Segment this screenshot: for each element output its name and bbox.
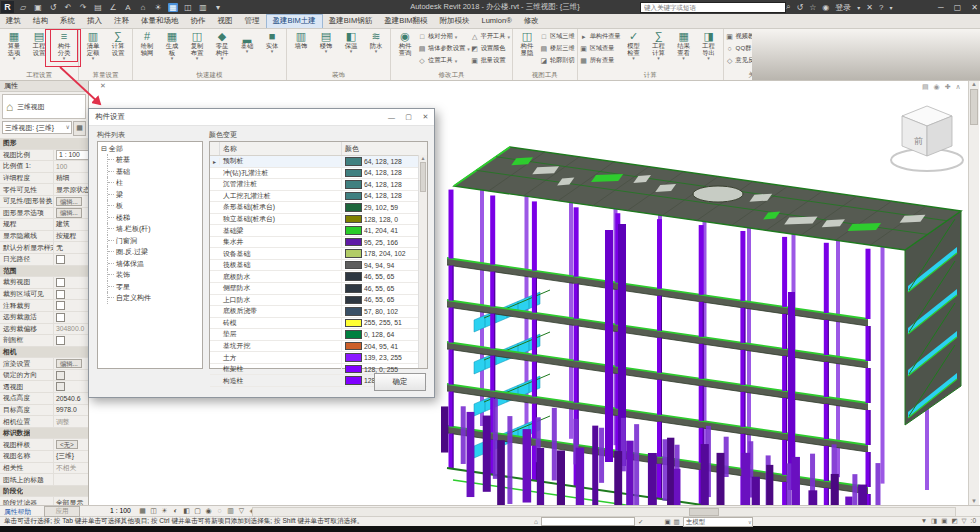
property-row[interactable]: 远剪裁激活 <box>0 312 88 324</box>
ribbon-tab-体量和场地[interactable]: 体量和场地 <box>135 14 185 28</box>
property-row[interactable]: 比例值 1:100 <box>0 161 88 173</box>
ribbon-button-position-tools[interactable]: ◇位置工具▾ <box>418 55 470 66</box>
filter-icon[interactable]: ▽ <box>962 517 967 525</box>
property-row[interactable]: 渲染设置编辑... <box>0 358 88 370</box>
color-swatch[interactable] <box>345 330 362 339</box>
color-table-row[interactable]: 上口防水46, 55, 65 <box>210 295 427 307</box>
app-menu-icon[interactable]: R <box>1 1 14 13</box>
property-row[interactable]: 目标高度9978.0 <box>0 405 88 417</box>
ribbon-tab-结构[interactable]: 结构 <box>27 14 54 28</box>
ribbon-tab-注释[interactable]: 注释 <box>108 14 135 28</box>
ribbon-button-misc-component[interactable]: ◆零星构件▾ <box>210 29 234 60</box>
design-option-icon[interactable]: ▣ <box>664 518 670 526</box>
save-icon[interactable]: ▣ <box>33 3 43 12</box>
color-table-row[interactable]: 集水井95, 25, 166 <box>210 237 427 249</box>
ribbon-tab-附加模块[interactable]: 附加模块 <box>434 14 476 28</box>
worksets-icon[interactable]: ⌂ <box>534 518 538 525</box>
property-row[interactable]: 远剪裁偏移304800.0 <box>0 324 88 336</box>
ribbon-button-floor-finish[interactable]: ▤楼饰▾ <box>314 29 338 53</box>
property-row[interactable]: 图纸上的标题 <box>0 474 88 486</box>
link-icon[interactable]: ▥ <box>674 518 680 526</box>
property-row[interactable]: 可见性/图形替换编辑... <box>0 196 88 208</box>
edit-type-button[interactable]: ▦ <box>73 121 86 136</box>
edit-button[interactable]: 编辑... <box>56 208 82 218</box>
checkbox[interactable] <box>56 382 65 391</box>
ribbon-tab-视图[interactable]: 视图 <box>212 14 239 28</box>
color-swatch[interactable] <box>345 261 362 270</box>
chevron-down-icon[interactable]: ▾ <box>857 4 860 11</box>
property-row[interactable]: 日光路径 <box>0 254 88 266</box>
workset-input[interactable] <box>541 517 635 526</box>
property-row[interactable]: 规程建筑 <box>0 219 88 231</box>
ribbon-button-project-export[interactable]: ◨工程导出▾ <box>697 29 721 60</box>
scrollbar-thumb[interactable] <box>970 89 978 125</box>
property-row[interactable]: 相机位置调整 <box>0 416 88 428</box>
link-select-icon[interactable]: ◨ <box>931 517 937 525</box>
view-selector-dropdown[interactable]: 三维视图: {三维}∨ <box>2 121 72 134</box>
color-table-row[interactable]: 条形基础(桩承台)29, 102, 59 <box>210 202 427 214</box>
checkbox[interactable] <box>56 313 65 322</box>
ribbon-button-component-query[interactable]: ◉构件查询 <box>393 29 417 56</box>
properties-header[interactable]: 属性 <box>0 80 88 92</box>
ribbon-tab-修改[interactable]: 修改 <box>518 14 545 28</box>
checkbox[interactable] <box>56 336 65 345</box>
color-swatch[interactable] <box>345 226 362 235</box>
thin-lines-icon[interactable]: ▥ <box>198 3 208 12</box>
color-table-row[interactable]: 基坑开挖204, 95, 41 <box>210 341 427 353</box>
color-swatch[interactable] <box>345 296 362 305</box>
redo-icon[interactable]: ↷ <box>78 3 88 12</box>
tree-item-基础[interactable]: 基础 <box>107 166 202 178</box>
ribbon-button-single-query[interactable]: ▸单构件查量 <box>580 31 621 42</box>
ribbon-tab-盈建BIM土建[interactable]: 盈建BIM土建 <box>266 14 323 28</box>
navigation-bar-icons[interactable]: ▤◉✚∧ <box>922 83 966 91</box>
ribbon-tab-盈建BIM翻模[interactable]: 盈建BIM翻模 <box>378 14 433 28</box>
pin-select-icon[interactable]: ▣ <box>941 517 947 525</box>
scroll-down-icon[interactable]: ▼ <box>969 498 979 504</box>
tree-item-梁[interactable]: 梁 <box>107 189 202 201</box>
color-swatch[interactable] <box>345 238 362 247</box>
ribbon-button-feedback[interactable]: ◇意见反馈 <box>726 55 752 66</box>
property-row[interactable]: 视点高度20540.6 <box>0 393 88 405</box>
color-swatch[interactable] <box>345 342 362 351</box>
property-row[interactable]: 裁剪区域可见 <box>0 289 88 301</box>
ribbon-tab-管理[interactable]: 管理 <box>239 14 266 28</box>
property-row[interactable]: 锁定的方向 <box>0 370 88 382</box>
checkbox[interactable] <box>56 301 65 310</box>
minimize-button[interactable]: ─ <box>938 3 944 12</box>
checkbox[interactable] <box>56 255 65 264</box>
property-row[interactable]: 视图名称{三维} <box>0 451 88 463</box>
scrollbar-thumb[interactable] <box>689 508 719 516</box>
ribbon-button-batch-settings[interactable]: ▣批量设置 <box>471 55 510 66</box>
color-table-row[interactable]: 人工挖孔灌注桩64, 128, 128 <box>210 191 427 203</box>
ribbon-tab-插入[interactable]: 插入 <box>81 14 108 28</box>
ribbon-button-foundation[interactable]: ▂基础▾ <box>235 29 259 53</box>
tree-item-零星[interactable]: 零星 <box>107 281 202 293</box>
property-row[interactable]: 详细程度精细 <box>0 173 88 185</box>
color-table-row[interactable]: 垫层0, 128, 64 <box>210 329 427 341</box>
search-icon[interactable]: ⌕ <box>786 2 790 12</box>
ribbon-button-wall-params[interactable]: ▤墙体参数设置▾ <box>418 43 470 54</box>
temporary-view-properties-icon[interactable]: ▽ <box>237 506 246 515</box>
color-swatch[interactable] <box>345 192 362 201</box>
ok-button[interactable]: 确定 <box>374 373 426 391</box>
sync-icon[interactable]: ↺ <box>48 3 58 12</box>
canvas-horizontal-scrollbar[interactable] <box>252 507 956 517</box>
ribbon-button-video-tutorial[interactable]: ▣视频教程 <box>726 31 752 42</box>
favorites-icon[interactable]: ☆ <box>809 3 816 12</box>
visual-style-icon[interactable]: ◫ <box>149 506 158 515</box>
color-swatch[interactable] <box>345 169 362 178</box>
sun-path-icon[interactable]: ☀ <box>160 506 169 515</box>
reveal-hidden-icon[interactable]: ◌ <box>215 506 224 515</box>
color-table-row[interactable]: 沉管灌注桩64, 128, 128 <box>210 179 427 191</box>
color-swatch[interactable] <box>345 319 362 328</box>
ribbon-button-waterproof[interactable]: ≋防水▾ <box>364 29 388 53</box>
temporary-hide-icon[interactable]: ◉ <box>204 506 213 515</box>
ribbon-tab-盈建BIM钢筋[interactable]: 盈建BIM钢筋 <box>323 14 378 28</box>
properties-help-link[interactable]: 属性帮助 <box>4 507 31 517</box>
canvas-vertical-scrollbar[interactable]: ▲ ▼ <box>968 81 979 505</box>
apply-button[interactable]: 应用 <box>44 506 80 517</box>
color-swatch[interactable] <box>345 157 362 166</box>
tree-item-墙体保温[interactable]: 墙体保温 <box>107 258 202 270</box>
ribbon-button-region-query[interactable]: ▣区域查量 <box>580 43 621 54</box>
checkbox[interactable] <box>56 371 65 380</box>
